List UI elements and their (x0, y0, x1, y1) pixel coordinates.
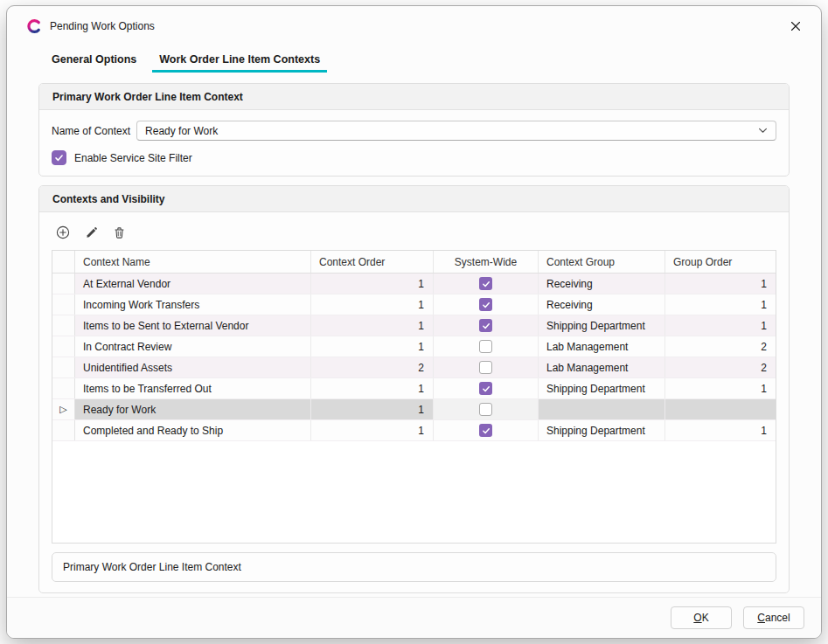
primary-context-group-body: Name of Context Ready for Work Ena (39, 110, 789, 176)
pending-work-options-dialog: Pending Work Options General Options Wor… (6, 5, 822, 639)
system-wide-checkbox[interactable] (479, 298, 492, 311)
edit-context-button[interactable] (81, 223, 101, 242)
row-selector[interactable] (52, 315, 75, 336)
app-logo-icon (26, 18, 42, 34)
column-header[interactable]: Context Order (311, 251, 434, 273)
system-wide-cell (434, 274, 539, 294)
context-order-cell: 1 (311, 315, 434, 336)
system-wide-cell (434, 294, 539, 315)
column-header[interactable]: System-Wide (434, 251, 539, 273)
context-order-cell: 1 (311, 420, 434, 440)
system-wide-cell (434, 315, 539, 336)
name-of-context-label: Name of Context (52, 125, 130, 137)
context-name-cell: Ready for Work (75, 399, 311, 419)
table-row[interactable]: Items to be Transferred Out1Shipping Dep… (52, 378, 776, 399)
context-group-cell: Shipping Department (539, 420, 665, 440)
group-order-cell: 1 (665, 274, 776, 294)
table-row[interactable]: Items to be Sent to External Vendor1Ship… (52, 315, 776, 336)
table-row[interactable]: Completed and Ready to Ship1Shipping Dep… (52, 420, 776, 441)
context-group-cell: Receiving (539, 274, 665, 294)
selected-context-description: Primary Work Order Line Item Context (52, 552, 776, 582)
trash-icon (113, 226, 126, 239)
column-header[interactable]: Context Name (75, 251, 311, 273)
column-header[interactable]: Group Order (665, 251, 776, 273)
chevron-down-icon (758, 128, 768, 134)
table-row[interactable]: In Contract Review1Lab Management2 (52, 336, 776, 357)
dialog-footer: OK Cancel (7, 597, 821, 638)
screen: Pending Work Options General Options Wor… (0, 0, 828, 644)
system-wide-cell (434, 357, 539, 377)
context-order-cell: 1 (311, 294, 434, 315)
row-selector[interactable] (52, 357, 75, 377)
contexts-table: Context NameContext OrderSystem-WideCont… (52, 250, 776, 544)
column-header[interactable]: Context Group (539, 251, 665, 273)
context-group-cell: Shipping Department (539, 378, 665, 398)
context-name-cell: Unidentified Assets (75, 357, 311, 377)
system-wide-cell (434, 378, 539, 398)
group-order-cell: 2 (665, 336, 776, 357)
table-row[interactable]: At External Vendor1Receiving1 (52, 274, 776, 294)
group-order-cell: 1 (665, 378, 776, 398)
context-name-cell: At External Vendor (75, 274, 311, 294)
table-header-row: Context NameContext OrderSystem-WideCont… (52, 251, 776, 274)
close-icon (790, 21, 801, 31)
context-group-cell: Lab Management (539, 357, 665, 377)
tab-general-options[interactable]: General Options (45, 50, 143, 73)
current-row-arrow-icon[interactable]: ▷ (52, 399, 75, 419)
cancel-button[interactable]: Cancel (743, 606, 804, 629)
group-order-cell: 2 (665, 357, 776, 377)
plus-circle-icon (56, 225, 70, 239)
name-of-context-select[interactable]: Ready for Work (136, 121, 776, 141)
system-wide-checkbox[interactable] (479, 319, 492, 332)
context-order-cell: 1 (311, 336, 434, 357)
context-order-cell: 1 (311, 378, 434, 398)
primary-context-group-header: Primary Work Order Line Item Context (39, 84, 789, 110)
contexts-visibility-group-body: Context NameContext OrderSystem-WideCont… (39, 212, 789, 592)
context-name-cell: In Contract Review (75, 336, 311, 357)
tab-work-order-line-item-contexts[interactable]: Work Order Line Item Contexts (152, 50, 327, 73)
primary-context-groupbox: Primary Work Order Line Item Context Nam… (38, 83, 790, 177)
context-group-cell: Shipping Department (539, 315, 665, 336)
table-row[interactable]: Unidentified Assets2Lab Management2 (52, 357, 776, 378)
row-selector[interactable] (52, 274, 75, 294)
context-order-cell: 1 (311, 274, 434, 294)
row-selector[interactable] (52, 420, 75, 440)
add-context-button[interactable] (53, 223, 73, 242)
system-wide-checkbox[interactable] (479, 403, 492, 416)
enable-service-site-filter-label: Enable Service Site Filter (74, 152, 192, 164)
window-title: Pending Work Options (50, 20, 155, 32)
row-selector[interactable] (52, 336, 75, 357)
table-body: At External Vendor1Receiving1Incoming Wo… (52, 274, 776, 441)
context-group-cell (539, 399, 665, 419)
ok-button[interactable]: OK (671, 606, 732, 629)
context-name-cell: Items to be Sent to External Vendor (75, 315, 311, 336)
group-order-cell: 1 (665, 294, 776, 315)
name-of-context-value: Ready for Work (145, 125, 758, 137)
enable-service-site-filter-checkbox[interactable] (52, 150, 66, 165)
context-group-cell: Receiving (539, 294, 665, 315)
context-order-cell: 1 (311, 399, 434, 419)
system-wide-checkbox[interactable] (479, 361, 492, 374)
grid-toolbar (53, 223, 776, 242)
context-name-cell: Completed and Ready to Ship (75, 420, 311, 440)
system-wide-cell (434, 336, 539, 357)
system-wide-checkbox[interactable] (479, 277, 492, 290)
group-order-cell (665, 399, 776, 419)
system-wide-checkbox[interactable] (479, 382, 492, 395)
system-wide-checkbox[interactable] (479, 340, 492, 353)
row-selector-header (52, 251, 75, 273)
row-selector[interactable] (52, 294, 75, 315)
system-wide-checkbox[interactable] (479, 424, 492, 437)
titlebar: Pending Work Options (7, 6, 821, 46)
check-icon (54, 153, 64, 163)
close-button[interactable] (783, 13, 809, 39)
system-wide-cell (434, 399, 539, 419)
context-name-cell: Incoming Work Transfers (75, 294, 311, 315)
row-selector[interactable] (52, 378, 75, 398)
context-group-cell: Lab Management (539, 336, 665, 357)
delete-context-button[interactable] (109, 223, 129, 242)
table-row[interactable]: Incoming Work Transfers1Receiving1 (52, 294, 776, 315)
group-order-cell: 1 (665, 420, 776, 440)
contexts-visibility-groupbox: Contexts and Visibility (38, 185, 790, 593)
table-row[interactable]: ▷Ready for Work1 (52, 399, 776, 420)
